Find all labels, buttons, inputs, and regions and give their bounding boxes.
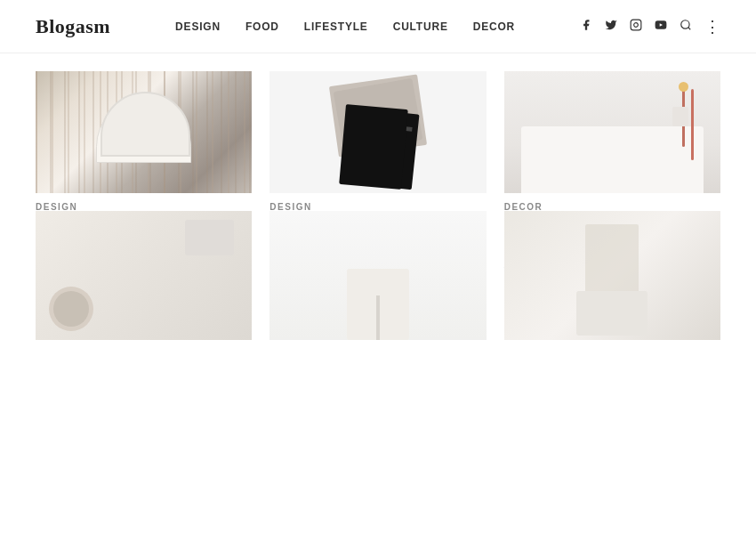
top-card-grid: DESIGN The Next Big Thing in Minimalism …	[36, 71, 720, 193]
main-nav: DESIGN FOOD LIFESTYLE CULTURE DECOR	[175, 20, 515, 33]
card-minimalism: DESIGN The Next Big Thing in Minimalism …	[36, 71, 252, 193]
more-icon[interactable]: ⋮	[704, 17, 720, 36]
bottom-card-fashion	[504, 211, 720, 340]
svg-point-3	[681, 20, 689, 28]
card-wordpress: DESIGN Modern & Creative WordPress Desig…	[269, 71, 486, 193]
card-image-notebook	[269, 71, 486, 193]
nav-item-design[interactable]: DESIGN	[175, 20, 221, 33]
site-logo[interactable]: Blogasm	[36, 15, 110, 38]
search-icon[interactable]	[680, 19, 692, 35]
facebook-icon[interactable]	[580, 19, 592, 35]
youtube-icon[interactable]	[655, 19, 667, 35]
bottom-card-chair	[269, 211, 486, 340]
main-content: DESIGN The Next Big Thing in Minimalism …	[0, 53, 756, 358]
nav-item-food[interactable]: FOOD	[245, 20, 279, 33]
nav-item-decor[interactable]: DECOR	[473, 20, 515, 33]
nav-item-culture[interactable]: CULTURE	[393, 20, 448, 33]
nav-item-lifestyle[interactable]: LIFESTYLE	[304, 20, 368, 33]
bottom-card-food	[36, 211, 252, 340]
svg-rect-0	[631, 20, 641, 30]
instagram-icon[interactable]	[630, 19, 642, 35]
svg-line-4	[688, 27, 691, 29]
site-header: Blogasm DESIGN FOOD LIFESTYLE CULTURE DE…	[0, 0, 756, 53]
twitter-icon[interactable]	[605, 19, 617, 35]
card-image-stairs	[36, 71, 252, 193]
header-icons: ⋮	[580, 17, 720, 36]
card-bedroom: DECOR Lighting Effects in the Master Bed…	[504, 71, 720, 193]
card-image-bedroom	[504, 71, 720, 193]
bottom-card-grid	[36, 211, 720, 340]
